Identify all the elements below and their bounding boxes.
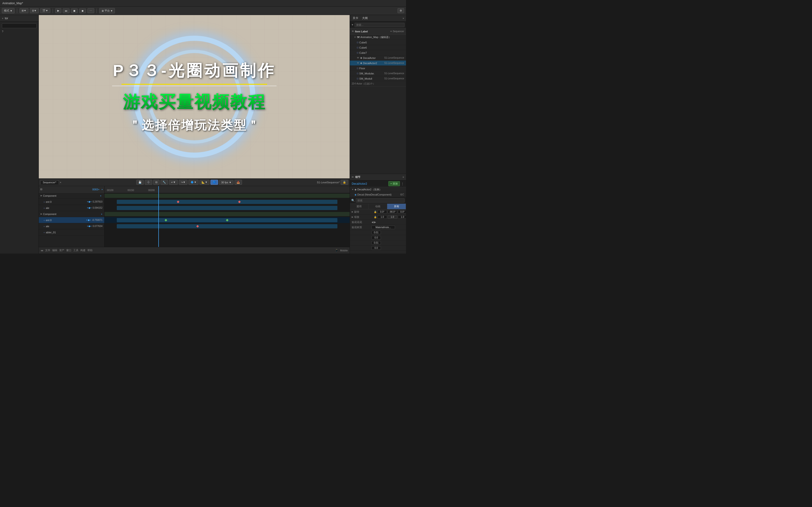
outliner-item-decalactor[interactable]: 👁 ◈ DecalActor S1-LevelSequence [350, 55, 406, 61]
play-btn[interactable]: ▶ [55, 8, 61, 13]
seq-undo-btn[interactable]: ↩▼ [169, 180, 178, 185]
seq-tab-sequencer[interactable]: Sequencer* [40, 180, 59, 184]
seq-row-key-5[interactable]: +◆+ [87, 225, 92, 228]
seq-key-btn[interactable]: 🔷▼ [189, 180, 199, 185]
camera-btn[interactable]: 🎬▼ [40, 8, 50, 13]
detail-instance-row: ▼ ◈ DecalActor2（实例） [350, 187, 406, 192]
mode-dropdown[interactable]: 模式 ▼ [2, 8, 14, 13]
seq-close[interactable]: × [60, 181, 61, 184]
detail-menu-btn[interactable]: ⋮ [401, 182, 404, 186]
outliner-col-item: Item Label [355, 30, 389, 33]
detail-close[interactable]: × [402, 176, 404, 179]
stop-btn[interactable]: ⏹ [71, 8, 78, 13]
platform-btn[interactable]: 🖥 平台 ▼ [99, 8, 115, 13]
seq-export-btn[interactable]: 📤 [235, 180, 242, 185]
val1-x[interactable]: 0.01 [371, 231, 381, 234]
filter-tab-anim-label: 动画 [375, 205, 380, 208]
prop-icon-right[interactable]: ▶ [374, 221, 376, 224]
step-btn[interactable]: ⏭ [63, 8, 69, 13]
more-btn[interactable]: ⋯ [87, 8, 94, 13]
play-icon: ▶ [57, 9, 59, 12]
prop-dropdown-rotation[interactable]: ▶ [352, 211, 353, 213]
filter-tab-anim[interactable]: 动画 [369, 204, 388, 209]
seq-lock-btn[interactable]: 🔒 [341, 180, 348, 185]
seq-filter-icon[interactable]: ⊟ [40, 188, 42, 191]
scale-x[interactable]: 1.0 [377, 215, 387, 219]
outliner-item-cube5[interactable]: □ Cube5 [350, 40, 406, 45]
seq-row-expand-3[interactable]: ▶ [41, 213, 42, 215]
prop-value-empty1: ◀ ▶ [371, 221, 404, 224]
outliner-search-input[interactable] [355, 23, 405, 27]
seq-row-key-4[interactable]: +◆+ [86, 219, 91, 222]
outliner-item-smmoduli[interactable]: □ SM_Moduli S1-LevelSequence [350, 76, 406, 81]
seq-fps-btn[interactable]: 30 fps▼ [219, 180, 234, 185]
seq-filter-btn[interactable]: ⊟ [153, 180, 159, 185]
outliner-item-decalactor2[interactable]: 👁 ◈ DecalActor2 S1-LevelSequence [350, 61, 406, 66]
rot-z[interactable]: 0.0° [398, 210, 406, 214]
seq-window-item[interactable]: 窗口 [66, 248, 71, 252]
seq-add-track[interactable]: + [101, 188, 103, 191]
filter-tab-all[interactable]: 所有 [387, 204, 406, 209]
prop-lock-scale[interactable]: 🔒 [374, 216, 376, 218]
grid-btn[interactable]: ⊟▼ [30, 8, 39, 13]
val4-x[interactable]: 0.0 [371, 246, 381, 250]
detail-component-status: 在C [400, 193, 404, 196]
outliner-item-floor[interactable]: □ Floor [350, 66, 406, 71]
detail-add-btn[interactable]: + 添加 [388, 181, 400, 186]
seq-bottom-icon[interactable]: ⏮ [41, 249, 43, 252]
outliner-close[interactable]: × [403, 17, 404, 20]
settings-btn[interactable]: ⚙ [398, 8, 404, 13]
left-search-input[interactable] [2, 23, 37, 28]
seq-timeline[interactable]: 00100 00150 00200 [105, 186, 350, 247]
rot-y[interactable]: -90.0° [388, 210, 397, 214]
prop-icon-left[interactable]: ◀ [371, 221, 373, 224]
val2-x[interactable]: 0.0 [371, 236, 381, 239]
seq-edit-item[interactable]: 编辑 [52, 248, 57, 252]
seq-row-add-0[interactable]: + [100, 194, 101, 197]
item-eye-5[interactable]: 👁 [357, 62, 359, 64]
seq-track-1 [105, 199, 350, 205]
seq-build-item[interactable]: 构建 [80, 248, 86, 252]
seq-row-val-2: 0.094152 [93, 207, 102, 209]
seq-row-add-3[interactable]: + [101, 213, 102, 216]
seq-add-btn[interactable]: ➕ [145, 180, 152, 185]
detail-search-input[interactable] [356, 199, 405, 203]
outliner-item-animation-map[interactable]: ▼ 🗺 Animation_Map（编辑器） [350, 35, 406, 40]
scale-y[interactable]: 1.0 [388, 215, 397, 219]
seq-row-4[interactable]: ⬦ ent 0 +◆+ -0.750071 [39, 217, 104, 223]
val3-x[interactable]: 0.01 [371, 241, 381, 244]
viewport[interactable]: P３３-光圈动画制作 游戏买量视频教程 ＂选择倍增玩法类型＂ [39, 15, 350, 178]
outliner-item-smmodular[interactable]: □ SM_Modular. S1-LevelSequence [350, 71, 406, 76]
seq-row-expand-0[interactable]: ▶ [41, 194, 42, 197]
snap-btn[interactable]: ⊞▼ [19, 8, 29, 13]
detail-prop-val1: 0.01 [350, 230, 406, 235]
seq-asset-item[interactable]: 资产 [59, 248, 64, 252]
seq-play-active[interactable]: 🔵 [210, 180, 218, 185]
seq-save-btn[interactable]: 💾 [136, 180, 144, 185]
seq-snap-btn[interactable]: 📐▼ [199, 180, 210, 185]
prop-dropdown-scale[interactable]: ▶ [352, 216, 353, 218]
outliner-item-cube6[interactable]: □ Cube6 [350, 45, 406, 50]
expand-icon-instance[interactable]: ▼ [352, 188, 354, 190]
seq-tools-btn[interactable]: 🔧 [160, 180, 168, 185]
item-eye-4[interactable]: 👁 [357, 57, 359, 59]
prop-lock-rotation[interactable]: 🔒 [374, 211, 376, 213]
seq-redo-btn[interactable]: ↪▼ [179, 180, 188, 185]
seq-tool-item[interactable]: 工具 [73, 248, 79, 252]
outliner-tab-outline[interactable]: 大纲 [361, 16, 369, 21]
outliner-item-cube7[interactable]: □ Cube7 [350, 50, 406, 55]
seq-row-key-2[interactable]: +◆+ [87, 206, 92, 209]
outliner-tab-level[interactable]: 关卡 [352, 16, 359, 21]
filter-tab-common[interactable]: 通用 [350, 204, 369, 209]
material-val[interactable]: MaterialInste... [371, 226, 395, 229]
item-icon-0: 🗺 [357, 36, 359, 39]
seq-help-item[interactable]: 帮助 [87, 248, 93, 252]
seq-file-item[interactable]: 文件 [45, 248, 50, 252]
seq-row-key-1[interactable]: +◆+ [87, 200, 92, 203]
rot-x[interactable]: 0.0° [377, 210, 387, 214]
left-panel-close[interactable]: × [2, 17, 3, 20]
scale-z[interactable]: 1.0 [398, 215, 406, 219]
record-btn[interactable]: ⏺ [79, 8, 86, 13]
item-label-2: Cube6 [359, 46, 404, 49]
outliner-filter-icon[interactable]: ▼ [351, 23, 354, 26]
